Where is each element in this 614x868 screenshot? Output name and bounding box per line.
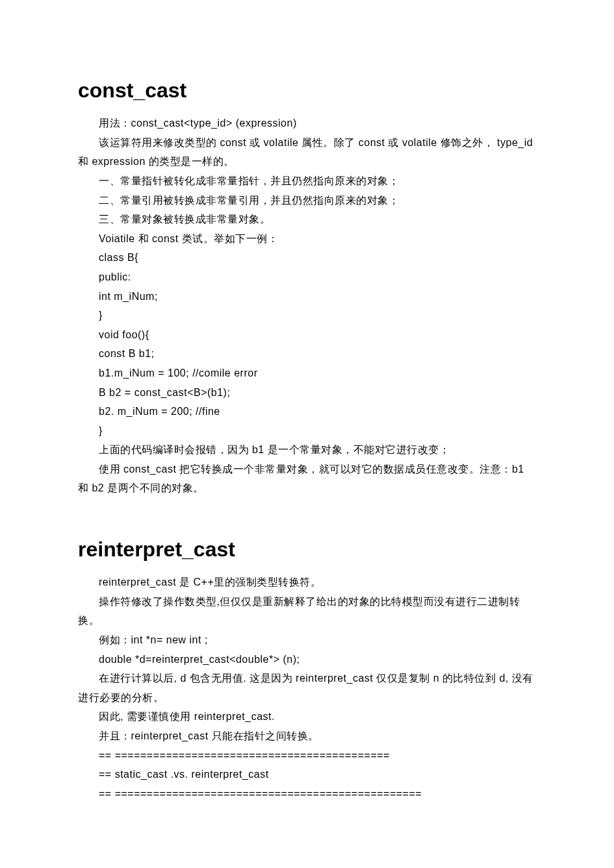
body-text: 使用 const_cast 把它转换成一个非常量对象，就可以对它的数据成员任意改… xyxy=(78,460,536,498)
code-line: double *d=reinterpret_cast<double*> (n); xyxy=(78,650,536,669)
body-text: 用法：const_cast<type_id> (expression) xyxy=(78,114,536,133)
code-line: b1.m_iNum = 100; //comile error xyxy=(78,364,536,383)
section-reinterpret-cast: reinterpret_cast reinterpret_cast 是 C++里… xyxy=(78,530,536,803)
code-line: public: xyxy=(78,267,536,287)
body-text: Voiatile 和 const 类试。举如下一例： xyxy=(78,229,536,249)
body-text: 该运算符用来修改类型的 const 或 volatile 属性。除了 const… xyxy=(78,133,536,171)
code-line: const B b1; xyxy=(78,344,536,364)
document-page: const_cast 用法：const_cast<type_id> (expre… xyxy=(0,0,614,868)
code-line: } xyxy=(78,306,536,325)
section-title: reinterpret_cast xyxy=(78,530,536,569)
section-title: const_cast xyxy=(78,71,536,110)
body-text: == static_cast .vs. reinterpret_cast xyxy=(78,765,536,784)
section-const-cast: const_cast 用法：const_cast<type_id> (expre… xyxy=(78,71,536,498)
body-text: 一、常量指针被转化成非常量指针，并且仍然指向原来的对象； xyxy=(78,171,536,191)
code-line: B b2 = const_cast<B>(b1); xyxy=(78,383,536,403)
body-text: reinterpret_cast 是 C++里的强制类型转换符。 xyxy=(78,573,536,592)
body-text: 上面的代码编译时会报错，因为 b1 是一个常量对象，不能对它进行改变； xyxy=(78,440,536,460)
code-line: 例如：int *n= new int ; xyxy=(78,630,536,650)
code-line: void foo(){ xyxy=(78,325,536,345)
code-line: } xyxy=(78,421,536,441)
body-text: 三、常量对象被转换成非常量对象。 xyxy=(78,210,536,229)
divider-line: == =====================================… xyxy=(78,784,536,804)
code-line: b2. m_iNum = 200; //fine xyxy=(78,402,536,421)
body-text: 二、常量引用被转换成非常量引用，并且仍然指向原来的对象； xyxy=(78,191,536,210)
body-text: 并且：reinterpret_cast 只能在指针之间转换。 xyxy=(78,726,536,746)
code-line: int m_iNum; xyxy=(78,287,536,306)
body-text: 在进行计算以后, d 包含无用值. 这是因为 reinterpret_cast … xyxy=(78,669,536,707)
code-line: class B{ xyxy=(78,248,536,267)
body-text: 因此, 需要谨慎使用 reinterpret_cast. xyxy=(78,707,536,726)
divider-line: == =====================================… xyxy=(78,746,536,765)
body-text: 操作符修改了操作数类型,但仅仅是重新解释了给出的对象的比特模型而没有进行二进制转… xyxy=(78,592,536,630)
